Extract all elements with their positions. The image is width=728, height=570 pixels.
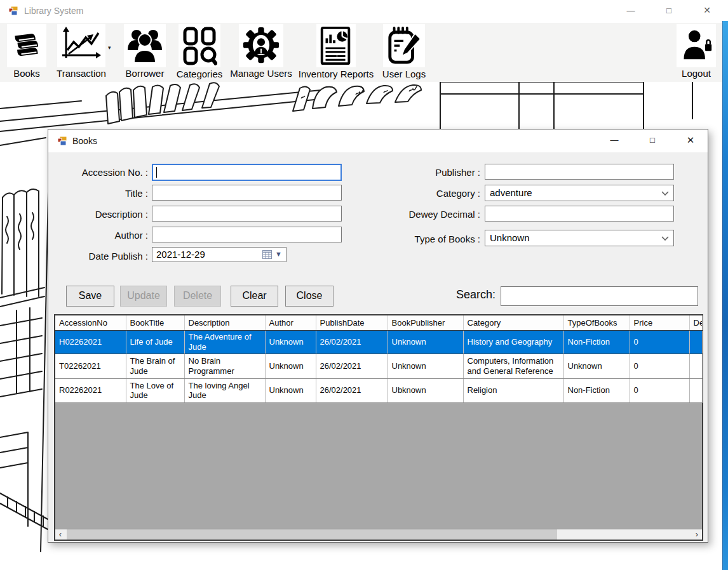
- publisher-label: Publisher :: [379, 167, 480, 178]
- category-value: adventure: [490, 187, 532, 198]
- column-header-price[interactable]: Price: [630, 315, 689, 330]
- cell[interactable]: Unknown: [265, 330, 316, 354]
- chevron-down-icon: [661, 236, 669, 241]
- save-button[interactable]: Save: [66, 286, 114, 307]
- column-header-description[interactable]: Description: [184, 315, 265, 330]
- dewey-decimal-input[interactable]: [485, 206, 674, 222]
- maximize-icon[interactable]: □: [654, 0, 684, 21]
- cell[interactable]: The Love of Jude: [126, 378, 184, 402]
- cell[interactable]: 26/02/2021: [316, 330, 388, 354]
- cell[interactable]: H02262021: [55, 330, 126, 354]
- search-label: Search:: [447, 288, 495, 302]
- text-caret: [156, 167, 157, 178]
- title-input[interactable]: [152, 185, 342, 201]
- category-combobox[interactable]: adventure: [485, 185, 674, 201]
- description-label: Description :: [51, 209, 148, 220]
- cell[interactable]: Non-Fiction: [563, 378, 630, 402]
- transaction-dropdown-icon[interactable]: ▾: [108, 44, 111, 51]
- horizontal-scrollbar[interactable]: ‹ ›: [55, 529, 702, 540]
- scrollbar-track[interactable]: [557, 529, 692, 540]
- description-input[interactable]: [152, 206, 342, 222]
- cell[interactable]: 0: [630, 330, 689, 354]
- cell[interactable]: Unknown: [563, 354, 630, 378]
- cell[interactable]: Non-Fiction: [563, 330, 630, 354]
- cell[interactable]: Life of Jude: [126, 330, 184, 354]
- close-icon[interactable]: ✕: [678, 131, 703, 150]
- toolbar-item-manage-users[interactable]: Manage Users: [223, 24, 299, 79]
- cell[interactable]: 0: [630, 354, 689, 378]
- search-input[interactable]: [501, 286, 698, 306]
- grid-empty-area: [55, 403, 702, 529]
- close-button[interactable]: Close: [285, 286, 334, 307]
- toolbar-label: Inventory Reports: [298, 69, 374, 79]
- cell[interactable]: Unknown: [388, 330, 463, 354]
- scrollbar-thumb[interactable]: [67, 529, 557, 540]
- publisher-input[interactable]: [485, 164, 674, 180]
- cell[interactable]: [689, 330, 702, 354]
- date-dropdown-icon[interactable]: ▼: [275, 250, 282, 258]
- cell[interactable]: 0: [630, 378, 689, 402]
- date-publish-label: Date Publish :: [51, 251, 148, 262]
- books-grid-table: AccessionNo BookTitle Description Author…: [55, 315, 703, 403]
- cell[interactable]: Unknown: [265, 378, 316, 402]
- books-window: Books — □ ✕ Accession No. : Title : Desc…: [48, 129, 708, 543]
- cell[interactable]: The Brain of Jude: [126, 354, 184, 378]
- toolbar-label: Logout: [658, 68, 728, 79]
- table-row[interactable]: T02262021 The Brain of Jude No Brain Pro…: [55, 354, 702, 378]
- maximize-icon[interactable]: □: [640, 131, 664, 150]
- cell[interactable]: T02262021: [55, 354, 126, 378]
- minimize-icon[interactable]: —: [602, 131, 626, 150]
- column-header-accessionno[interactable]: AccessionNo: [55, 315, 126, 330]
- close-icon[interactable]: ✕: [692, 0, 722, 21]
- table-row-selected[interactable]: H02262021 Life of Jude The Adventure of …: [55, 330, 702, 354]
- cell[interactable]: The Adventure of Jude: [184, 330, 265, 354]
- user-lock-icon: [677, 24, 716, 67]
- main-window-title: Library System: [24, 6, 83, 16]
- cell[interactable]: History and Geography: [463, 330, 563, 354]
- table-row[interactable]: R02262021 The Love of Jude The loving An…: [55, 378, 702, 402]
- cell[interactable]: Religion: [463, 378, 563, 402]
- delete-button[interactable]: Delete: [174, 286, 221, 307]
- chevron-down-icon: [661, 191, 669, 196]
- date-publish-value: 2021-12-29: [156, 249, 205, 260]
- cell[interactable]: Ubknown: [388, 378, 463, 402]
- toolbar-item-inventory-reports[interactable]: Inventory Reports: [298, 24, 374, 79]
- column-header-bookpublisher[interactable]: BookPublisher: [388, 315, 463, 330]
- cell[interactable]: Unknown: [265, 354, 316, 378]
- type-of-books-combobox[interactable]: Unknown: [485, 230, 674, 246]
- cell[interactable]: Unknown: [388, 354, 463, 378]
- minimize-icon[interactable]: —: [616, 0, 645, 21]
- column-header-typeofbooks[interactable]: TypeOfBooks: [563, 315, 630, 330]
- column-header-booktitle[interactable]: BookTitle: [126, 315, 184, 330]
- cell[interactable]: No Brain Programmer: [184, 354, 265, 378]
- cell[interactable]: Computers, Information and General Refer…: [463, 354, 563, 378]
- line-chart-icon: [57, 24, 105, 67]
- cell[interactable]: The loving Angel Jude: [184, 378, 265, 402]
- scroll-right-icon[interactable]: ›: [692, 529, 702, 540]
- cell[interactable]: [689, 378, 702, 402]
- main-titlebar: Library System — □ ✕: [0, 0, 728, 23]
- column-header-truncated[interactable]: De: [689, 315, 702, 330]
- column-header-category[interactable]: Category: [463, 315, 563, 330]
- toolbar-item-logout[interactable]: Logout: [658, 24, 728, 79]
- grid-header-row: AccessionNo BookTitle Description Author…: [55, 315, 702, 330]
- cell[interactable]: 26/02/2021: [316, 378, 388, 402]
- date-publish-picker[interactable]: 2021-12-29 ▼: [152, 247, 286, 262]
- author-input[interactable]: [152, 227, 342, 242]
- cell[interactable]: [689, 354, 702, 378]
- grid-search-icon: [179, 24, 220, 67]
- cell[interactable]: 26/02/2021: [316, 354, 388, 378]
- update-button[interactable]: Update: [120, 286, 167, 307]
- accession-no-input[interactable]: [152, 164, 342, 181]
- clear-button[interactable]: Clear: [231, 286, 278, 307]
- type-of-books-label: Type of Books :: [379, 234, 480, 244]
- people-group-icon: [124, 24, 166, 67]
- toolbar-item-user-logs[interactable]: User Logs: [366, 24, 442, 79]
- column-header-author[interactable]: Author: [265, 315, 316, 330]
- cell[interactable]: R02262021: [55, 378, 126, 402]
- app-icon: [57, 136, 67, 146]
- author-label: Author :: [51, 230, 148, 241]
- accession-no-label: Accession No. :: [51, 167, 148, 178]
- column-header-publishdate[interactable]: PublishDate: [316, 315, 388, 330]
- scroll-left-icon[interactable]: ‹: [55, 529, 65, 540]
